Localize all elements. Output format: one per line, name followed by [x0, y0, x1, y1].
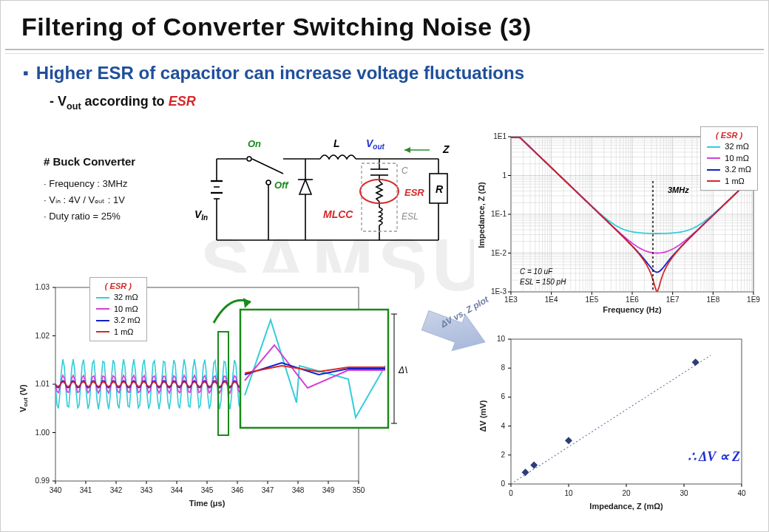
legend-item: 1 mΩ [96, 327, 140, 338]
legend-label: 3.2 mΩ [114, 315, 140, 326]
circuit-diagram: On Off L Vout Z C ESR ESL R VIn MLCC [194, 137, 468, 262]
svg-text:1E4: 1E4 [545, 296, 558, 304]
svg-marker-212 [522, 468, 529, 476]
headline-row: ▪ Higher ESR of capacitor can increase v… [1, 63, 768, 83]
svg-marker-215 [692, 358, 699, 366]
circuit-ESL: ESL [402, 211, 419, 222]
dv-xlabel: Impedance, Z (mΩ) [589, 502, 663, 511]
legend-swatch [707, 180, 720, 182]
svg-text:0: 0 [509, 489, 513, 497]
circuit-R: R [436, 183, 444, 195]
z-ylabel: Impedance, Z (Ω) [477, 182, 486, 248]
legend-item: 3.2 mΩ [707, 164, 751, 175]
subhead-mid: according to [81, 94, 169, 109]
legend-label: 32 mΩ [114, 292, 138, 303]
svg-marker-69 [243, 298, 251, 308]
svg-text:20: 20 [622, 489, 631, 497]
z-note1: C = 10 uF [520, 267, 553, 276]
subhead-em: ESR [169, 94, 196, 109]
svg-text:344: 344 [171, 486, 183, 494]
vout-zoom-inset: ΔV [237, 307, 407, 435]
svg-text:1: 1 [502, 171, 507, 180]
z-note2: ESL = 150 pH [520, 278, 566, 286]
vout-ylabel: Vout (V) [18, 384, 29, 412]
vout-legend: ( ESR ) 32 mΩ10 mΩ3.2 mΩ1 mΩ [89, 277, 147, 341]
circuit-vout: Vout [366, 137, 385, 151]
svg-text:348: 348 [292, 486, 305, 494]
svg-text:1E3: 1E3 [504, 296, 518, 304]
circuit-C: C [402, 166, 408, 176]
title-divider [5, 49, 764, 54]
svg-text:350: 350 [353, 486, 365, 494]
legend-swatch [96, 320, 109, 321]
svg-text:349: 349 [322, 486, 335, 494]
legend-swatch [707, 146, 720, 148]
svg-text:1E1: 1E1 [493, 132, 507, 140]
svg-point-15 [266, 180, 271, 185]
svg-line-211 [511, 355, 711, 484]
circuit-on: On [248, 138, 261, 149]
svg-line-2 [252, 159, 283, 174]
svg-text:4: 4 [501, 422, 505, 430]
legend-swatch [707, 169, 720, 171]
circuit-L: L [333, 137, 340, 149]
dv-formula: ∴ ΔV ∝ Z [688, 449, 740, 465]
legend-item: 1 mΩ [707, 176, 751, 187]
svg-text:1E8: 1E8 [706, 296, 719, 304]
svg-text:1.01: 1.01 [35, 380, 50, 388]
svg-marker-18 [299, 180, 311, 194]
svg-text:342: 342 [110, 486, 123, 494]
svg-marker-214 [565, 437, 572, 444]
legend-swatch [707, 157, 720, 159]
z-legend-title: ( ESR ) [707, 130, 751, 141]
impedance-chart: 1E-31E-21E-111E1 1E31E41E51E61E71E81E9 3… [474, 126, 762, 318]
svg-text:1E-1: 1E-1 [491, 210, 507, 218]
svg-text:30: 30 [680, 489, 688, 497]
legend-swatch [96, 331, 109, 332]
svg-text:341: 341 [80, 486, 92, 494]
legend-label: 10 mΩ [114, 304, 138, 315]
svg-marker-28 [404, 147, 410, 153]
circuit-Z: Z [442, 143, 450, 155]
vout-legend-title: ( ESR ) [96, 281, 140, 292]
svg-text:1E7: 1E7 [666, 296, 680, 304]
subhead: - Vout according to ESR [1, 94, 768, 112]
circuit-ESR: ESR [404, 187, 424, 198]
headline-text: Higher ESR of capacitor can increase vol… [36, 63, 524, 83]
subhead-prefix: - V [50, 94, 67, 109]
legend-swatch [96, 308, 109, 310]
page-title: Filtering of Converter Switching Noise (… [1, 1, 768, 49]
dv-vs-z-chart: 0246810 010203040 ΔV (mV) Impedance, Z (… [474, 329, 755, 514]
svg-text:0.99: 0.99 [35, 477, 50, 485]
svg-text:8: 8 [501, 364, 505, 372]
svg-text:343: 343 [140, 486, 153, 494]
z-3mhz-label: 3MHz [668, 185, 689, 194]
z-xlabel: Frequency (Hz) [603, 305, 662, 314]
legend-label: 1 mΩ [114, 327, 134, 338]
vout-xlabel: Time (μs) [189, 499, 226, 508]
svg-text:1.03: 1.03 [35, 283, 50, 291]
svg-text:345: 345 [201, 486, 214, 494]
svg-text:10: 10 [497, 335, 506, 343]
legend-item: 10 mΩ [96, 304, 140, 315]
zoom-arrow-icon [208, 289, 260, 333]
z-legend: ( ESR ) 32 mΩ10 mΩ3.2 mΩ1 mΩ [700, 126, 758, 191]
slide: Filtering of Converter Switching Noise (… [0, 0, 769, 532]
legend-swatch [96, 297, 109, 299]
svg-text:10: 10 [564, 489, 573, 497]
svg-text:1.00: 1.00 [35, 429, 50, 437]
subhead-sub: out [67, 101, 81, 112]
circuit-Vin: VIn [194, 208, 208, 222]
svg-text:1.02: 1.02 [35, 332, 50, 340]
svg-text:1E5: 1E5 [585, 296, 598, 304]
svg-text:1E-2: 1E-2 [491, 249, 507, 257]
legend-label: 10 mΩ [725, 153, 749, 164]
circuit-off: Off [274, 180, 289, 191]
circuit-MLCC: MLCC [323, 208, 353, 220]
svg-text:1E9: 1E9 [747, 296, 760, 304]
svg-text:0: 0 [501, 480, 505, 488]
deltaV-label: ΔV [398, 365, 407, 375]
svg-text:1E-3: 1E-3 [491, 287, 507, 296]
svg-text:6: 6 [501, 392, 505, 400]
svg-text:346: 346 [231, 486, 244, 494]
